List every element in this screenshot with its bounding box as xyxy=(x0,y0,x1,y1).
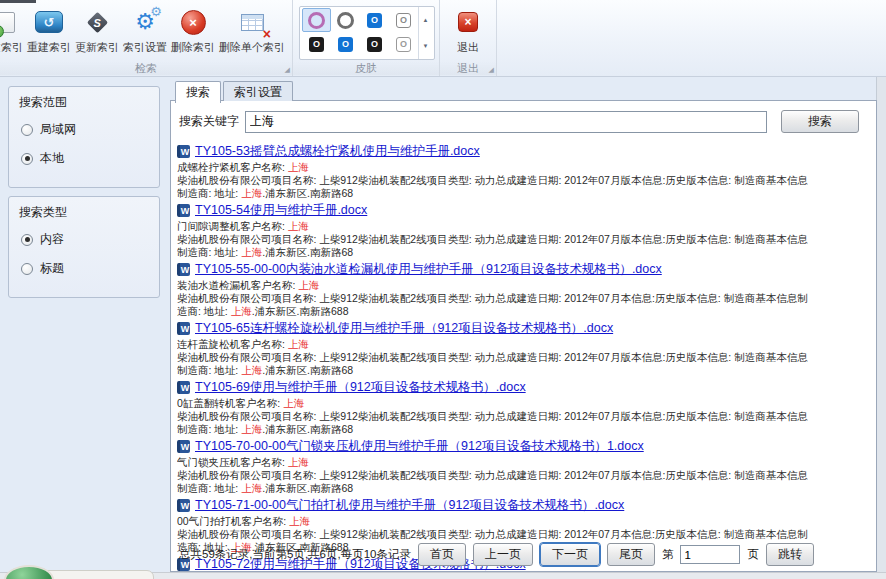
page-prefix-label: 第 xyxy=(662,547,674,562)
next-page-button[interactable]: 下一页 xyxy=(540,543,600,566)
skin-black-icon: O xyxy=(367,37,382,52)
window-edge-fragment xyxy=(0,0,36,3)
skin-gallery-scrollbar: ▲ ▼ xyxy=(418,7,432,59)
first-page-button[interactable]: 首页 xyxy=(418,543,466,566)
word-doc-icon: W xyxy=(177,499,190,512)
update-index-button[interactable]: S 更新索引 xyxy=(73,3,121,62)
search-scope-groupbox: 搜索范围 局域网本地 xyxy=(8,86,160,188)
radio-option-title[interactable]: 标题 xyxy=(9,260,159,289)
word-doc-icon: W xyxy=(177,145,190,158)
delete-index-label: 删除索引 xyxy=(171,41,215,53)
page-suffix-label: 页 xyxy=(747,547,759,562)
skin-blue[interactable]: O xyxy=(331,32,360,56)
skin-gray[interactable]: O xyxy=(389,32,418,56)
search-result: WTY105-65连杆螺栓旋松机使用与维护手册（912项目设备技术规格书）.do… xyxy=(177,321,870,377)
delete-single-index-button[interactable]: × 删除单个索引 xyxy=(217,3,287,62)
word-doc-icon: W xyxy=(177,440,190,453)
index-settings-icon: ⚙⚙ xyxy=(129,6,161,38)
result-snippet-line: 制造商: 地址: 上海.浦东新区.南新路68 xyxy=(177,187,870,200)
result-title-link[interactable]: TY105-55-00-00内装油水道检漏机使用与维护手册（912项目设备技术规… xyxy=(195,261,662,278)
result-snippet-line: 制造商: 地址: 上海.浦东新区.南新路68 xyxy=(177,364,870,377)
result-snippet-line: 制造商: 地址: 上海.浦东新区.南新路68 xyxy=(177,423,870,436)
result-title-row: WTY105-54使用与维护手册.docx xyxy=(177,203,870,218)
result-title-link[interactable]: TY105-70-00-00气门锁夹压机使用与维护手册（912项目设备技术规格书… xyxy=(195,438,644,455)
dialog-launcher-icon[interactable]: ◢ xyxy=(489,66,494,73)
pagination-status: 总共59条记录,当前第5页,共6页,每页10条记录 xyxy=(179,547,411,562)
delete-single-index-label: 删除单个索引 xyxy=(219,41,285,53)
radio-label: 内容 xyxy=(40,231,64,248)
skin-black[interactable]: O xyxy=(360,32,389,56)
result-snippet-line: 柴油机股份有限公司项目名称: 上柴912柴油机装配2线项目类型: 动力总成建造日… xyxy=(177,410,870,423)
result-title-link[interactable]: TY105-53摇臂总成螺栓拧紧机使用与维护手册.docx xyxy=(195,143,480,160)
tab-index-settings[interactable]: 索引设置 xyxy=(223,81,293,101)
delete-index-button[interactable]: × 删除索引 xyxy=(169,3,217,62)
search-type-groupbox: 搜索类型 内容标题 xyxy=(8,196,160,298)
skin-blue-clock-icon: O xyxy=(367,13,382,28)
search-type-title: 搜索类型 xyxy=(9,197,159,231)
jump-button[interactable]: 跳转 xyxy=(766,543,814,566)
word-doc-icon: W xyxy=(177,322,190,335)
result-snippet-line: 柴油机股份有限公司项目名称: 上柴912柴油机装配2线项目类型: 动力总成建造日… xyxy=(177,233,870,246)
radio-icon[interactable] xyxy=(21,234,33,246)
result-title-row: WTY105-70-00-00气门锁夹压机使用与维护手册（912项目设备技术规格… xyxy=(177,439,870,454)
skin-gallery: OOOOOO ▲ ▼ xyxy=(299,6,435,60)
result-snippet-line: 柴油机股份有限公司项目名称: 上柴912柴油机装配2线项目类型: 动力总成建造日… xyxy=(177,469,870,482)
radio-label: 局域网 xyxy=(40,121,76,138)
radio-icon[interactable] xyxy=(21,263,33,275)
skin-white-clock[interactable]: O xyxy=(389,8,418,32)
word-doc-icon: W xyxy=(177,381,190,394)
rebuild-index-button[interactable]: ↺ 重建索引 xyxy=(25,3,73,62)
search-result: WTY105-70-00-00气门锁夹压机使用与维护手册（912项目设备技术规格… xyxy=(177,439,870,495)
search-keyword-input[interactable] xyxy=(245,111,767,133)
ribbon-group-skin: OOOOOO ▲ ▼ 皮肤 xyxy=(293,0,440,76)
radio-option-lan[interactable]: 局域网 xyxy=(9,121,159,150)
result-snippet-line: 0缸盖翻转机客户名称: 上海 xyxy=(177,397,870,410)
search-result: WTY105-53摇臂总成螺栓拧紧机使用与维护手册.docx成螺栓拧紧机客户名称… xyxy=(177,144,870,200)
update-index-icon: S xyxy=(81,6,113,38)
radio-option-local[interactable]: 本地 xyxy=(9,150,159,179)
create-index-button[interactable]: + 建索引 xyxy=(0,3,25,62)
radio-icon[interactable] xyxy=(21,153,33,165)
skin-gray-icon: O xyxy=(396,37,411,52)
dialog-launcher-icon[interactable]: ◢ xyxy=(285,66,290,73)
search-result: WTY105-54使用与维护手册.docx门间隙调整机客户名称: 上海柴油机股份… xyxy=(177,203,870,259)
result-title-link[interactable]: TY105-71-00-00气门拍打机使用与维护手册（912项目设备技术规格书）… xyxy=(195,497,624,514)
skin-gallery-cells: OOOOOO xyxy=(300,7,418,59)
gallery-scroll-down-icon[interactable]: ▼ xyxy=(423,42,429,50)
radio-icon[interactable] xyxy=(21,124,33,136)
gallery-scroll-up-icon[interactable]: ▲ xyxy=(423,16,429,24)
result-snippet-line: 柴油机股份有限公司项目名称: 上柴912柴油机装配2线项目类型: 动力总成建造日… xyxy=(177,351,870,364)
create-index-label: 建索引 xyxy=(0,41,23,53)
right-edge-strip xyxy=(876,77,886,579)
word-doc-icon: W xyxy=(177,204,190,217)
index-settings-button[interactable]: ⚙⚙ 索引设置 xyxy=(121,3,169,62)
page-number-input[interactable] xyxy=(680,545,740,564)
keyword-label: 搜索关键字 xyxy=(179,113,239,130)
rebuild-index-label: 重建索引 xyxy=(27,41,71,53)
tab-strip: 搜索 索引设置 xyxy=(175,81,293,101)
search-scope-options: 局域网本地 xyxy=(9,121,159,179)
skin-purple-ring[interactable] xyxy=(302,8,331,32)
result-snippet-line: 00气门拍打机客户名称: 上海 xyxy=(177,515,870,528)
result-title-row: WTY105-53摇臂总成螺栓拧紧机使用与维护手册.docx xyxy=(177,144,870,159)
radio-option-content[interactable]: 内容 xyxy=(9,231,159,260)
exit-button[interactable]: × 退出 xyxy=(450,3,486,62)
skin-blue-clock[interactable]: O xyxy=(360,8,389,32)
result-title-row: WTY105-55-00-00内装油水道检漏机使用与维护手册（912项目设备技术… xyxy=(177,262,870,277)
result-title-link[interactable]: TY105-69使用与维护手册（912项目设备技术规格书）.docx xyxy=(195,379,526,396)
skin-gray-ring[interactable] xyxy=(331,8,360,32)
result-snippet-line: 连杆盖旋松机客户名称: 上海 xyxy=(177,338,870,351)
result-snippet-line: 柴油机股份有限公司项目名称: 上柴912柴油机装配2线项目类型: 动力总成建造日… xyxy=(177,292,870,305)
prev-page-button[interactable]: 上一页 xyxy=(473,543,533,566)
result-title-link[interactable]: TY105-65连杆螺栓旋松机使用与维护手册（912项目设备技术规格书）.doc… xyxy=(195,320,613,337)
search-result: WTY105-69使用与维护手册（912项目设备技术规格书）.docx0缸盖翻转… xyxy=(177,380,870,436)
result-title-link[interactable]: TY105-54使用与维护手册.docx xyxy=(195,202,367,219)
search-options-sidebar: 搜索范围 局域网本地 搜索类型 内容标题 xyxy=(8,86,160,306)
last-page-button[interactable]: 尾页 xyxy=(607,543,655,566)
results-list: WTY105-53摇臂总成螺栓拧紧机使用与维护手册.docx成螺栓拧紧机客户名称… xyxy=(171,137,876,572)
tab-search[interactable]: 搜索 xyxy=(175,81,221,103)
result-snippet-line: 制造商: 地址: 上海.浦东新区.南新路68 xyxy=(177,246,870,259)
skin-black-clock[interactable]: O xyxy=(302,32,331,56)
radio-label: 本地 xyxy=(40,150,64,167)
search-button[interactable]: 搜索 xyxy=(781,110,859,133)
